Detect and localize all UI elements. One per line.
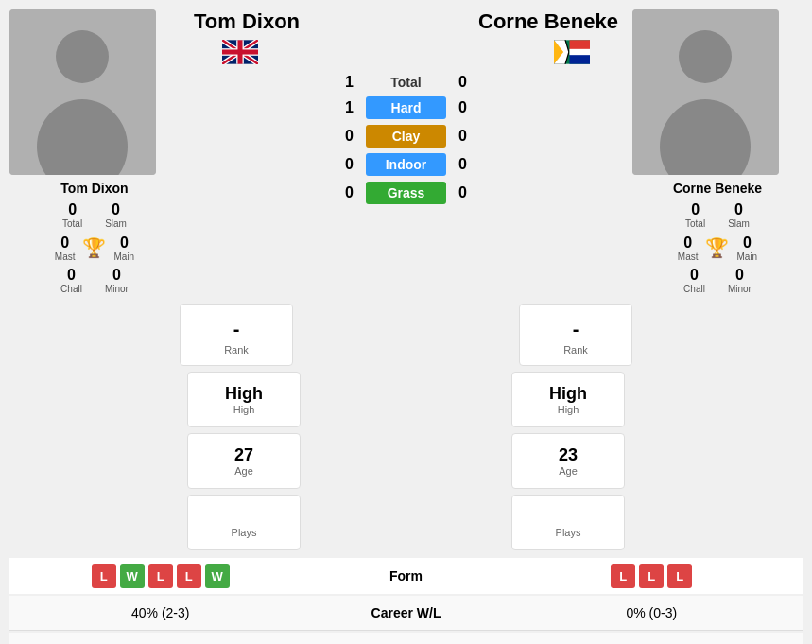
- left-plays-value: [241, 507, 246, 527]
- right-stat-chall: 0 Chall: [683, 267, 705, 294]
- indoor-right-score: 0: [446, 156, 479, 173]
- sa-flag-icon: [554, 40, 590, 64]
- center-right-name: Corne Beneke: [478, 9, 618, 34]
- left-high-value: High: [225, 384, 263, 404]
- right-player-photo: [632, 9, 779, 175]
- right-plays-box: Plays: [511, 495, 625, 550]
- total-row: 1 Total 0: [333, 74, 479, 91]
- form-badge-l: L: [92, 564, 116, 588]
- right-high-value: High: [549, 384, 587, 404]
- left-info-boxes: [9, 304, 180, 372]
- total-right-score: 0: [446, 74, 479, 91]
- grass-right-score: 0: [446, 184, 479, 201]
- indoor-label: Indoor: [366, 153, 446, 176]
- indoor-left-score: 0: [333, 156, 366, 173]
- hard-left-score: 1: [333, 99, 366, 116]
- ytd-wl-right: 0% (0-0): [501, 633, 803, 644]
- left-high-age-plays: High High 27 Age Plays: [187, 372, 301, 550]
- right-player-section: Corne Beneke 0 Total 0 Slam: [632, 9, 803, 298]
- right-trophy-icon: 🏆: [705, 233, 729, 263]
- center-section: Tom Dixon Corne Beneke: [180, 9, 632, 210]
- page-layout: Tom Dixon 0 Total 0 Slam: [9, 9, 803, 644]
- form-badge-w: W: [120, 564, 145, 588]
- ytd-wl-label: YTD W/L: [312, 633, 501, 644]
- left-stat-slam: 0 Slam: [105, 201, 127, 229]
- clay-label: Clay: [366, 125, 446, 148]
- form-badge-l: L: [667, 564, 692, 588]
- svg-rect-11: [222, 49, 258, 54]
- hard-row: 1 Hard 0: [333, 96, 479, 119]
- bottom-section: LWLLW Form LLL 40% (2-3) Career W/L 0% (…: [9, 558, 803, 644]
- top-area: Tom Dixon 0 Total 0 Slam: [9, 9, 803, 298]
- right-player-name: Corne Beneke: [632, 181, 803, 196]
- form-row: LWLLW Form LLL: [9, 558, 803, 594]
- form-badge-l: L: [611, 564, 635, 588]
- left-trophy-icon: 🏆: [82, 233, 106, 263]
- left-player-photo: [9, 9, 156, 175]
- total-label: Total: [366, 75, 446, 90]
- right-age-box: 23 Age: [511, 433, 625, 489]
- form-label: Form: [312, 568, 501, 583]
- form-badge-l: L: [177, 564, 201, 588]
- left-stat-total: 0 Total: [62, 201, 82, 229]
- career-wl-left: 40% (2-3): [9, 596, 312, 630]
- page-container: Tom Dixon 0 Total 0 Slam: [0, 0, 812, 644]
- svg-point-20: [679, 30, 732, 83]
- right-form-badges: LLL: [501, 564, 803, 588]
- grass-left-score: 0: [333, 184, 366, 201]
- second-info-row: High High 27 Age Plays High Hi: [9, 372, 803, 550]
- svg-rect-18: [569, 49, 590, 55]
- right-plays-value: [565, 507, 570, 527]
- left-age-box: 27 Age: [187, 433, 301, 489]
- right-stat-main: 0 Main: [736, 235, 757, 262]
- right-stat-mast: 0 Mast: [678, 235, 699, 262]
- left-stat-chall: 0 Chall: [60, 267, 82, 294]
- career-wl-row: 40% (2-3) Career W/L 0% (0-3): [9, 596, 803, 631]
- grass-label: Grass: [366, 182, 446, 204]
- right-silhouette-icon: [632, 9, 779, 175]
- left-rank-box: - Rank: [180, 304, 293, 366]
- hard-label: Hard: [366, 96, 446, 119]
- left-silhouette-icon: [9, 9, 156, 175]
- left-player-section: Tom Dixon 0 Total 0 Slam: [9, 9, 180, 298]
- grass-row: 0 Grass 0: [333, 182, 479, 204]
- ytd-wl-row: 0% (0-0) YTD W/L 0% (0-0): [9, 633, 803, 644]
- svg-rect-16: [569, 40, 590, 49]
- form-badge-w: W: [205, 564, 230, 588]
- right-high-age-plays: High High 23 Age Plays: [511, 372, 625, 550]
- form-badge-l: L: [639, 564, 664, 588]
- left-form-badges: LWLLW: [9, 564, 312, 588]
- info-boxes-row: - Rank - Rank: [9, 304, 803, 372]
- left-panel-boxes: - Rank: [180, 304, 293, 372]
- form-badge-l: L: [148, 564, 173, 588]
- right-rank-box: - Rank: [519, 304, 632, 366]
- career-wl-right: 0% (0-3): [501, 596, 803, 630]
- ytd-wl-left: 0% (0-0): [9, 633, 312, 644]
- career-wl-label: Career W/L: [312, 596, 501, 630]
- left-player-name: Tom Dixon: [9, 181, 180, 196]
- left-stat-mast: 0 Mast: [55, 235, 76, 262]
- clay-row: 0 Clay 0: [333, 125, 479, 148]
- center-info-area: - Rank - Rank: [180, 304, 632, 372]
- right-stat-minor: 0 Minor: [728, 267, 752, 294]
- uk-flag-icon: [222, 40, 258, 64]
- left-plays-box: Plays: [187, 495, 301, 550]
- right-stat-slam: 0 Slam: [728, 201, 750, 229]
- indoor-row: 0 Indoor 0: [333, 153, 479, 176]
- left-stat-minor: 0 Minor: [105, 267, 129, 294]
- hard-right-score: 0: [446, 99, 479, 116]
- left-stat-main: 0 Main: [113, 235, 134, 262]
- svg-rect-17: [569, 55, 590, 64]
- right-stat-total: 0 Total: [685, 201, 705, 229]
- clay-left-score: 0: [333, 128, 366, 145]
- right-panel-boxes: - Rank: [519, 304, 632, 372]
- clay-right-score: 0: [446, 128, 479, 145]
- center-left-name: Tom Dixon: [194, 9, 300, 34]
- left-high-box: High High: [187, 372, 301, 427]
- svg-point-1: [56, 30, 109, 83]
- right-high-box: High High: [511, 372, 625, 427]
- total-left-score: 1: [333, 74, 366, 91]
